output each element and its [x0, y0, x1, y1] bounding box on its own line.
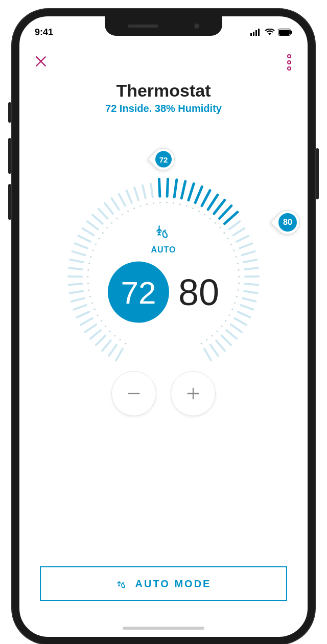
- auto-mode-icon: [97, 223, 230, 244]
- svg-line-49: [99, 209, 108, 218]
- svg-point-28: [88, 289, 89, 291]
- svg-line-107: [243, 298, 255, 301]
- svg-line-83: [220, 206, 231, 219]
- svg-point-62: [146, 203, 148, 205]
- svg-line-11: [102, 340, 111, 351]
- svg-line-91: [237, 236, 248, 242]
- svg-line-23: [74, 305, 86, 310]
- more-dots-icon: [287, 54, 291, 58]
- svg-line-65: [159, 179, 160, 196]
- increase-button[interactable]: [171, 371, 216, 416]
- svg-line-51: [105, 203, 113, 214]
- svg-point-126: [201, 343, 202, 344]
- svg-line-89: [233, 228, 244, 236]
- svg-point-100: [238, 269, 240, 271]
- svg-line-111: [238, 312, 250, 317]
- svg-point-124: [206, 339, 208, 341]
- svg-point-96: [236, 256, 237, 258]
- svg-line-63: [151, 184, 152, 197]
- svg-line-81: [214, 200, 225, 214]
- svg-line-15: [90, 330, 101, 339]
- svg-line-41: [78, 236, 90, 242]
- svg-line-37: [72, 251, 85, 255]
- svg-line-125: [204, 349, 211, 361]
- svg-point-58: [133, 208, 135, 209]
- svg-line-117: [226, 330, 237, 339]
- svg-point-26: [89, 296, 91, 297]
- low-setpoint-value: 72: [155, 151, 172, 168]
- svg-point-110: [234, 303, 236, 304]
- close-icon: [34, 54, 48, 68]
- svg-line-7: [116, 349, 123, 361]
- svg-line-47: [92, 215, 102, 223]
- svg-point-66: [159, 202, 161, 203]
- svg-line-93: [240, 243, 252, 248]
- svg-line-119: [222, 336, 231, 345]
- page-title: Thermostat: [19, 81, 308, 101]
- svg-line-109: [241, 305, 253, 310]
- svg-point-106: [238, 289, 239, 291]
- svg-line-61: [143, 186, 146, 198]
- svg-line-17: [85, 325, 96, 332]
- svg-point-24: [91, 303, 93, 304]
- svg-point-16: [105, 326, 106, 327]
- wifi-icon: [265, 29, 275, 36]
- svg-line-21: [77, 312, 89, 317]
- svg-point-72: [179, 203, 181, 205]
- svg-point-10: [120, 339, 121, 341]
- phone-notch: [105, 16, 222, 36]
- high-setpoint-value: 80: [278, 213, 297, 232]
- svg-line-69: [174, 180, 177, 197]
- svg-point-60: [139, 205, 141, 207]
- phone-frame: 9:41 Thermostat 72 Inside. 38% Humidity: [12, 9, 315, 644]
- more-options-button[interactable]: [285, 52, 293, 73]
- svg-line-57: [127, 191, 132, 203]
- svg-point-32: [87, 276, 89, 278]
- svg-rect-5: [279, 30, 290, 35]
- phone-side-button: [8, 102, 11, 123]
- svg-rect-3: [258, 29, 260, 36]
- svg-point-120: [217, 331, 218, 332]
- svg-point-8: [125, 343, 127, 344]
- svg-line-77: [202, 191, 210, 206]
- decrease-button[interactable]: [111, 371, 156, 416]
- mode-button[interactable]: AUTO MODE: [40, 566, 287, 601]
- svg-line-115: [231, 325, 242, 332]
- svg-point-22: [94, 309, 96, 310]
- svg-line-99: [245, 268, 258, 269]
- svg-point-92: [230, 244, 232, 245]
- svg-line-59: [134, 188, 138, 200]
- close-button[interactable]: [34, 54, 48, 71]
- svg-line-33: [69, 268, 82, 269]
- phone-power-button: [316, 148, 319, 199]
- svg-line-73: [189, 183, 194, 200]
- top-nav: [19, 42, 308, 78]
- svg-point-98: [237, 263, 239, 264]
- phone-volume-up: [8, 138, 11, 174]
- svg-line-27: [69, 291, 83, 293]
- mode-label: AUTO: [97, 245, 230, 255]
- svg-point-102: [239, 276, 240, 278]
- dial-center: AUTO 72 80: [97, 234, 230, 323]
- svg-line-85: [224, 212, 237, 224]
- high-temperature[interactable]: 80: [178, 271, 219, 313]
- svg-line-71: [181, 181, 185, 198]
- svg-point-118: [221, 326, 223, 327]
- page-subtitle: 72 Inside. 38% Humidity: [19, 103, 308, 114]
- svg-point-64: [153, 202, 154, 204]
- svg-point-112: [231, 309, 233, 310]
- svg-point-14: [109, 331, 110, 332]
- svg-rect-1: [253, 32, 254, 36]
- svg-line-103: [245, 284, 259, 285]
- svg-point-34: [87, 269, 89, 271]
- svg-point-122: [212, 335, 213, 337]
- svg-point-78: [198, 211, 200, 212]
- svg-point-12: [114, 335, 115, 337]
- svg-point-80: [204, 214, 205, 216]
- svg-line-121: [216, 340, 225, 351]
- home-indicator: [123, 627, 204, 630]
- low-temperature[interactable]: 72: [108, 262, 169, 323]
- thermostat-dial[interactable]: 72 80 AUTO 72 80: [19, 145, 308, 411]
- svg-point-94: [233, 250, 235, 251]
- svg-line-25: [72, 298, 84, 301]
